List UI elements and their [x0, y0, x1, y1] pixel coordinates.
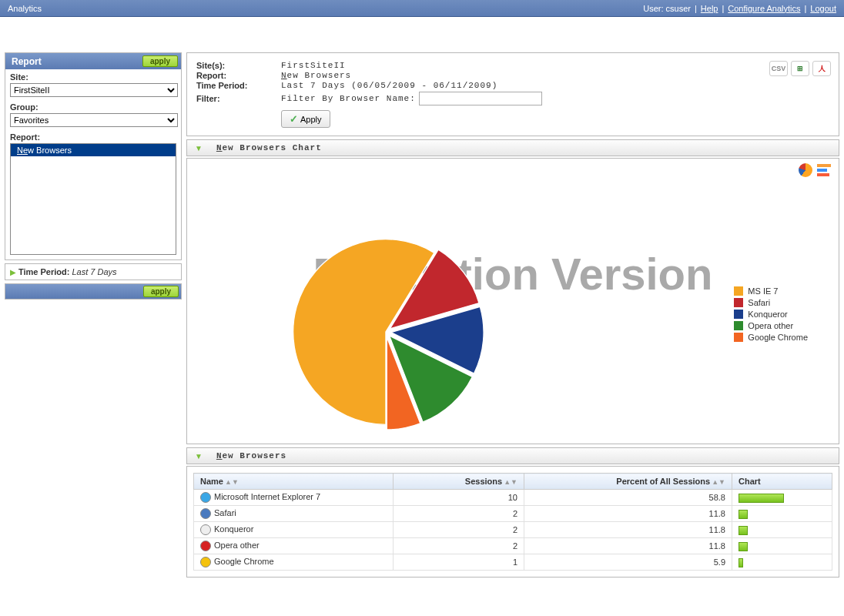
table-row: Microsoft Internet Explorer 7 10 58.8	[194, 490, 832, 506]
legend-label: Opera other	[748, 321, 793, 330]
group-label: Group:	[5, 99, 181, 113]
time-period-label: Time Period:	[18, 267, 69, 276]
row-sessions: 2	[394, 538, 524, 554]
browser-icon	[200, 541, 211, 551]
browser-icon	[200, 492, 211, 503]
bar-chart-icon[interactable]	[817, 163, 831, 177]
row-percent: 11.8	[524, 538, 732, 554]
col-name[interactable]: Name▲▼	[194, 474, 394, 490]
chart-container: Evaluation Version MS IE 7SafariKonquero…	[186, 158, 839, 444]
col-chart: Chart	[732, 474, 832, 490]
browser-icon	[200, 508, 211, 519]
chevron-down-icon: ▼	[195, 144, 203, 152]
table-section-title: New BrowsersNew Browsers	[216, 451, 286, 460]
meta-report-label: Report:	[196, 71, 281, 80]
meta-filter-label: Filter:	[196, 94, 281, 103]
legend-item: Safari	[734, 298, 808, 307]
row-sessions: 2	[394, 522, 524, 538]
table-row: Konqueror 2 11.8	[194, 522, 832, 538]
row-percent: 58.8	[524, 490, 732, 506]
table-section-header[interactable]: ▼ New BrowsersNew Browsers	[186, 447, 839, 464]
mini-bar	[738, 542, 748, 551]
report-meta: CSV ⊞ 人 Site(s):FirstSiteII Report:New B…	[186, 52, 839, 136]
meta-time-value: Last 7 Days (06/05/2009 - 06/11/2009)	[281, 81, 497, 90]
row-name: Konqueror	[214, 524, 253, 534]
pdf-icon: 人	[819, 64, 826, 74]
legend-label: Konqueror	[748, 310, 787, 319]
pie-chart-icon[interactable]	[799, 163, 812, 177]
col-percent[interactable]: Percent of All Sessions▲▼	[524, 474, 732, 490]
report-list-label: Report:	[5, 129, 181, 143]
time-period-value: Last 7 Days	[72, 267, 116, 276]
meta-sites-value: FirstSiteII	[281, 61, 346, 70]
configure-link[interactable]: Configure Analytics	[728, 4, 800, 13]
legend-item: Google Chrome	[734, 333, 808, 342]
mini-bar	[738, 510, 748, 519]
filter-input[interactable]	[419, 92, 542, 105]
browser-icon	[200, 557, 211, 567]
chevron-down-icon: ▼	[195, 452, 203, 460]
table-row: Opera other 2 11.8	[194, 538, 832, 554]
csv-icon: CSV	[772, 65, 786, 72]
filter-apply-label: Apply	[300, 115, 322, 124]
legend-label: MS IE 7	[748, 286, 778, 296]
meta-sites-label: Site(s):	[196, 61, 281, 70]
report-list[interactable]: New New BrowsersBrowsers	[10, 143, 176, 255]
row-percent: 11.8	[524, 522, 732, 538]
legend-item: Opera other	[734, 321, 808, 330]
legend-item: MS IE 7	[734, 286, 808, 296]
site-label: Site:	[5, 69, 181, 83]
row-percent: 11.8	[524, 506, 732, 522]
chart-legend: MS IE 7SafariKonquerorOpera otherGoogle …	[734, 286, 808, 344]
user-label: User: csuser	[643, 4, 691, 13]
mini-bar	[738, 526, 748, 535]
legend-label: Safari	[748, 298, 770, 307]
report-panel-head: Report apply	[5, 53, 181, 69]
mini-bar	[738, 494, 784, 503]
row-name: Google Chrome	[214, 557, 274, 566]
chevron-right-icon: ▶	[10, 268, 16, 276]
browser-icon	[200, 524, 211, 535]
export-csv-button[interactable]: CSV	[769, 61, 788, 76]
pie-chart	[278, 224, 494, 440]
help-link[interactable]: Help	[701, 4, 718, 13]
sidebar: Report apply Site: FirstSiteII Group: Fa…	[0, 48, 182, 578]
row-sessions: 1	[394, 554, 524, 571]
group-select[interactable]: Favorites	[10, 113, 178, 127]
legend-label: Google Chrome	[748, 333, 808, 342]
meta-time-label: Time Period:	[196, 81, 281, 90]
report-list-item[interactable]: New New BrowsersBrowsers	[11, 144, 176, 156]
check-icon: ✓	[290, 113, 298, 125]
table-row: Google Chrome 1 5.9	[194, 554, 832, 571]
export-xls-button[interactable]: ⊞	[791, 61, 809, 76]
sidebar-apply-button-top[interactable]: apply	[142, 55, 178, 67]
row-name: Microsoft Internet Explorer 7	[214, 492, 320, 501]
app-title: Analytics	[8, 4, 42, 13]
report-panel-title: Report	[12, 56, 42, 67]
legend-swatch	[734, 333, 743, 342]
row-name: Opera other	[214, 541, 260, 550]
legend-swatch	[734, 310, 743, 319]
time-period-toggle[interactable]: ▶ Time Period: Last 7 Days	[5, 263, 182, 280]
chart-section-title: New Browsers ChartNew Browsers Chart	[216, 143, 322, 152]
export-pdf-button[interactable]: 人	[812, 61, 831, 76]
legend-swatch	[734, 286, 743, 296]
content: CSV ⊞ 人 Site(s):FirstSiteII Report:New B…	[182, 48, 844, 578]
logout-link[interactable]: Logout	[810, 4, 836, 13]
row-name: Safari	[214, 508, 236, 517]
sidebar-apply-button-bottom[interactable]: apply	[143, 286, 179, 297]
filter-field-label: Filter By Browser Name:	[281, 94, 416, 103]
legend-swatch	[734, 321, 743, 330]
legend-item: Konqueror	[734, 310, 808, 319]
col-sessions[interactable]: Sessions▲▼	[394, 474, 524, 490]
site-select[interactable]: FirstSiteII	[10, 83, 178, 97]
table-row: Safari 2 11.8	[194, 506, 832, 522]
chart-section-header[interactable]: ▼ New Browsers ChartNew Browsers Chart	[186, 139, 839, 156]
excel-icon: ⊞	[797, 65, 803, 72]
data-table: Name▲▼ Sessions▲▼ Percent of All Session…	[193, 473, 832, 571]
legend-swatch	[734, 298, 743, 307]
topbar: Analytics User: csuser | Help | Configur…	[0, 0, 844, 17]
mini-bar	[738, 558, 743, 567]
row-sessions: 2	[394, 506, 524, 522]
filter-apply-button[interactable]: ✓ Apply	[281, 110, 330, 128]
